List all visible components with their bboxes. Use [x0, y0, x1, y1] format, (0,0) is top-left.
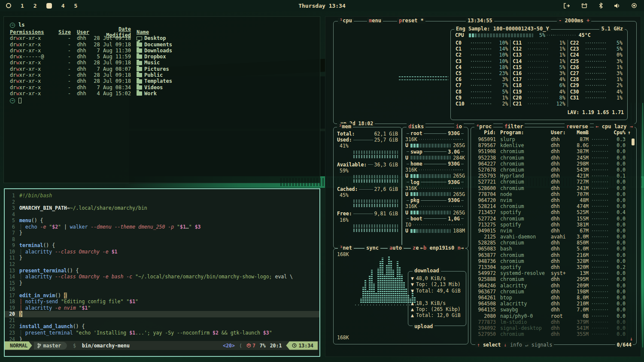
- header-name: Name: [137, 29, 149, 35]
- core-row-C20: C208%: [513, 95, 565, 101]
- core-row-C21: C2112%: [513, 101, 565, 107]
- ls-row: drwxr-xr-x-dhh28 Jul 09:18Public: [10, 72, 320, 78]
- mem-entry: Used:25,7 GiB: [337, 137, 398, 143]
- file-path: bin/omarchy-menu: [82, 343, 130, 349]
- code-line-3: 3OMARCHY_BIN_PATH=~/.local/share/omarchy…: [5, 205, 319, 211]
- col-program[interactable]: Program:: [496, 130, 551, 136]
- disks-panel-title[interactable]: disks: [407, 124, 425, 130]
- nvim-window[interactable]: 1#!/bin/bash23OMARCHY_BIN_PATH=~/.local/…: [4, 188, 320, 357]
- signals-hint[interactable]: signals: [532, 342, 552, 348]
- reverse-button[interactable]: reverse: [565, 124, 590, 130]
- process-row[interactable]: 964246alacrittydhh209M0.0: [471, 283, 636, 289]
- process-row[interactable]: 964135swaybgdhh7.0M0.0: [471, 307, 636, 313]
- process-row[interactable]: 528285chromiumdhh850M0.0: [471, 240, 636, 246]
- process-row[interactable]: 952238chromiumdhh245M0.0: [471, 155, 636, 161]
- cpu-frequency: 5.1 GHz: [599, 26, 625, 32]
- core-grid: C010%C114%C210%C310%C418%C523%C63%C77%C8…: [453, 40, 625, 107]
- process-row[interactable]: 964508alacrittydhh210M0.0: [471, 301, 636, 307]
- filter-button[interactable]: filter: [503, 124, 525, 130]
- process-row[interactable]: 951908chromiumdhh387M0.0: [471, 148, 636, 154]
- process-row[interactable]: 528214chromiumdhh474M0.0: [471, 203, 636, 209]
- header-permissions: Permissions: [10, 29, 58, 35]
- process-row[interactable]: 713304spotifydhh320M0.2: [471, 264, 636, 270]
- sort-direction-icon[interactable]: ↑: [626, 130, 631, 136]
- process-row[interactable]: 528600chromiumdhh241M0.0: [471, 185, 636, 191]
- statusline-time: 13:34: [298, 343, 313, 349]
- process-row[interactable]: 948736chromiumdhh328M0.0: [471, 258, 636, 264]
- process-row[interactable]: 964720nvimdhh48M0.0: [471, 197, 636, 203]
- menu-button[interactable]: menu: [367, 18, 383, 24]
- cpu-panel-title[interactable]: ¹cpu: [338, 18, 354, 24]
- header-user: User: [77, 29, 92, 35]
- core-row-C0: C010%: [456, 40, 508, 46]
- net-panel-title[interactable]: ³net: [338, 245, 354, 251]
- prompt-line: → ls: [10, 22, 320, 28]
- code-line-1: 1#!/bin/bash: [5, 193, 319, 199]
- code-line-2: 2: [5, 199, 319, 205]
- code-buffer[interactable]: 1#!/bin/bash23OMARCHY_BIN_PATH=~/.local/…: [5, 189, 319, 342]
- mem-entry: Cached:27,6 GiB: [337, 186, 398, 192]
- btop-window[interactable]: ¹cpu menu preset * 13:34:55 - 2000ms + u…: [325, 16, 641, 357]
- mem-panel-title[interactable]: ²mem: [337, 124, 353, 130]
- process-row[interactable]: 394092signal-desktopdhh541M0.0: [471, 325, 636, 331]
- ls-row: drwx------@-dhh5 Aug 11:59Dropbox: [10, 54, 320, 60]
- process-row[interactable]: 949015nvimdhh67M0.0: [471, 228, 636, 234]
- process-row[interactable]: 527678chromiumdhh543M0.0: [471, 167, 636, 173]
- process-row[interactable]: 925888chromiumdhh295M0.0: [471, 276, 636, 282]
- sort-column-selector[interactable]: ← cpu lazy →: [594, 124, 635, 130]
- git-branch-name: master: [43, 343, 61, 349]
- sync-button[interactable]: sync: [365, 245, 380, 251]
- core-row-C19: C194%: [513, 89, 565, 95]
- auto-button[interactable]: auto: [388, 245, 404, 251]
- process-row[interactable]: 879567kdenlivedhh8.0G0.0: [471, 142, 636, 148]
- process-row[interactable]: 527724chromiumdhh155M0.0: [471, 215, 636, 221]
- info-hint[interactable]: info ↵: [510, 342, 528, 348]
- process-row[interactable]: 964227chromiumdhh298M0.0: [471, 161, 636, 167]
- io-mode-button[interactable]: io: [454, 124, 464, 130]
- process-row[interactable]: 777873lm-studiodhh379M0.0: [471, 319, 636, 325]
- process-row[interactable]: 713275spotifydhh381M0.0: [471, 222, 636, 228]
- ls-rows: drwxr-xr-x-dhh28 Jul 09:18Desktopdrwxr-x…: [10, 35, 320, 97]
- code-line-14: 14│ alacritty --class Omarchy -e bash -c…: [5, 274, 319, 280]
- col-cpu[interactable]: Cpu%: [611, 130, 626, 136]
- interface-selector[interactable]: ←b enp191s0 n→: [419, 245, 465, 251]
- ls-row: drwxr-xr-x-dhh28 Jul 09:18Templates: [10, 78, 320, 84]
- proc-scrollbar-thumb[interactable]: [632, 139, 635, 145]
- refresh-rate-control[interactable]: - 2000ms +: [557, 18, 591, 24]
- process-row[interactable]: 963877chromiumdhh216M0.0: [471, 252, 636, 258]
- process-row[interactable]: 527721chromiumdhh727M0.0: [471, 179, 636, 185]
- cpu-panel: ¹cpu menu preset * 13:34:55 - 2000ms + u…: [333, 21, 637, 124]
- command-text: ls: [18, 22, 24, 28]
- core-row-C1: C114%: [456, 46, 508, 52]
- disk-items: root930G316KU265Gswap3.0GU284Khome930G31…: [402, 127, 468, 234]
- preset-button[interactable]: preset *: [397, 18, 425, 24]
- col-pid[interactable]: Pid:: [474, 130, 496, 136]
- process-row[interactable]: 963677chromiumdhh198M0.0: [471, 289, 636, 295]
- process-row[interactable]: 549972systemd-resolvesyst+13M0.0: [471, 270, 636, 276]
- terminal-window-ls[interactable]: → ls Permissions Size User Date Modified…: [3, 16, 320, 183]
- process-row[interactable]: 778704nodedhh707M0.0: [471, 191, 636, 197]
- proc-footer: ↑ select ↓ info ↵ signals: [475, 342, 554, 348]
- process-row[interactable]: 964261btopdhh8.0M0.0: [471, 295, 636, 301]
- prompt-line-2[interactable]: →: [10, 97, 320, 104]
- core-row-C23: C235%: [570, 46, 623, 52]
- col-user[interactable]: User:: [551, 130, 571, 136]
- proc-panel-title[interactable]: ⁴proc: [474, 124, 493, 130]
- process-row[interactable]: 965091slurpdhh87M0.3: [471, 136, 636, 142]
- process-row[interactable]: 255793Hyprlanddhh421M0.1: [471, 173, 636, 179]
- process-row[interactable]: 713457spotifydhh525M0.4: [471, 209, 636, 215]
- clock: Thursday 13:34: [0, 3, 644, 9]
- core-row-C6: C63%: [456, 76, 508, 82]
- core-row-C11: C111%: [513, 40, 565, 46]
- process-row[interactable]: 2080napi/phy0-0root0B0.0: [471, 313, 636, 319]
- col-memb[interactable]: MemB: [571, 130, 589, 136]
- scroll-down-icon[interactable]: ↓: [630, 336, 633, 342]
- process-row[interactable]: 527950chromiumdhh355M0.0: [471, 331, 636, 337]
- core-row-C17: C174%: [513, 76, 565, 82]
- core-row-C31: C311%: [570, 95, 623, 101]
- code-line-5: 5menu() {: [5, 217, 319, 224]
- process-row[interactable]: 2125avahi-daemonavahi3.0M0.0: [471, 234, 636, 240]
- package-icon: [246, 343, 251, 348]
- core-row-C13: C131%: [513, 52, 565, 58]
- process-row[interactable]: 965083bashdhh5.0M0.0: [471, 246, 636, 252]
